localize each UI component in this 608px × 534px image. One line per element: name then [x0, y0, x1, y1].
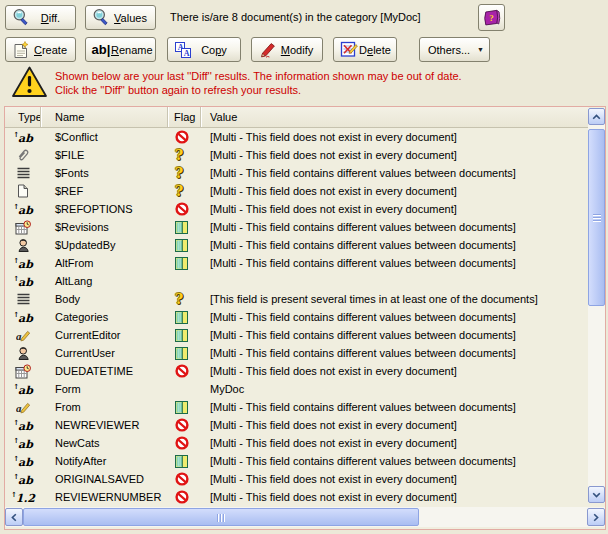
text-field-icon: ↑ab	[5, 473, 41, 486]
question-flag-icon: ?	[168, 148, 201, 162]
copy-button[interactable]: AA Copy	[167, 37, 241, 62]
table-row[interactable]: $Revisions[Multi - This field contains d…	[5, 218, 588, 236]
no-entry-icon	[168, 490, 201, 504]
delete-button-label: Delete	[359, 44, 391, 56]
svg-text:?: ?	[489, 12, 494, 22]
table-row[interactable]: ↑abNotifyAfter[Multi - This field contai…	[5, 452, 588, 470]
field-value: [Multi - This field contains different v…	[201, 347, 588, 359]
field-name: ORIGINALSAVED	[41, 473, 168, 485]
horizontal-scrollbar[interactable]	[5, 507, 605, 527]
scroll-right-button[interactable]	[587, 508, 605, 526]
copy-button-label: Copy	[193, 44, 235, 56]
field-value: MyDoc	[201, 383, 588, 395]
values-button[interactable]: Values	[85, 5, 156, 30]
field-name: AltFrom	[41, 257, 168, 269]
modify-button-label: Modify	[277, 44, 317, 56]
horizontal-scrollbar-thumb[interactable]	[23, 508, 419, 526]
table-row[interactable]: ↑1.2REVIEWERNUMBER[Multi - This field do…	[5, 488, 588, 506]
no-entry-icon	[168, 202, 201, 216]
column-header-value: Value	[201, 107, 588, 127]
table-row[interactable]: DUEDATETIME[Multi - This field does not …	[5, 362, 588, 380]
no-entry-icon	[168, 130, 201, 144]
table-row[interactable]: ↑abAltFrom[Multi - This field contains d…	[5, 254, 588, 272]
field-name: $REF	[41, 185, 168, 197]
table-row[interactable]: ↑abNEWREVIEWER[Multi - This field does n…	[5, 416, 588, 434]
copy-documents-icon: AA	[173, 40, 193, 60]
number-field-icon: ↑1.2	[5, 491, 41, 504]
table-row[interactable]: $Fonts?[Multi - This field contains diff…	[5, 164, 588, 182]
vertical-scrollbar[interactable]	[588, 108, 605, 503]
field-value: [Multi - This field contains different v…	[201, 257, 588, 269]
field-value: [Multi - This field does not exist in ev…	[201, 365, 588, 377]
scroll-up-button[interactable]	[588, 108, 605, 125]
field-value: [Multi - This field does not exist in ev…	[201, 131, 588, 143]
thumb-grip	[217, 514, 225, 522]
text-field-icon: ↑ab	[5, 203, 41, 216]
diff-button[interactable]: Diff.	[5, 5, 76, 30]
table-row[interactable]: aFrom[Multi - This field contains differ…	[5, 398, 588, 416]
multi-table-icon	[168, 221, 201, 234]
authors-icon: a	[5, 329, 41, 342]
diff-button-label: Diff.	[31, 12, 70, 24]
column-header-type: Type	[5, 107, 41, 127]
table-row[interactable]: $FILE?[Multi - This field does not exist…	[5, 146, 588, 164]
warning-line-2: Click the ''Diff'' button again to refre…	[55, 83, 462, 97]
text-field-icon: ↑ab	[5, 257, 41, 270]
question-flag-icon: ?	[168, 166, 201, 180]
rename-button[interactable]: ab| Rename	[85, 37, 156, 62]
scroll-left-button[interactable]	[5, 508, 23, 526]
field-value: [Multi - This field contains different v…	[201, 311, 588, 323]
no-entry-icon	[168, 436, 201, 450]
svg-text:A: A	[184, 48, 190, 57]
create-button[interactable]: Create	[5, 37, 76, 62]
text-field-icon: ↑ab	[5, 437, 41, 450]
field-name: $Conflict	[41, 131, 168, 143]
field-name: $FILE	[41, 149, 168, 161]
column-header-name: Name	[41, 107, 168, 127]
red-pen-icon	[257, 40, 277, 60]
field-value: [Multi - This field does not exist in ev…	[201, 491, 588, 503]
field-name: Categories	[41, 311, 168, 323]
table-row[interactable]: ↑abAltLang	[5, 272, 588, 290]
others-dropdown-button[interactable]: Others... ▼	[419, 37, 490, 62]
magnifier-diff-icon	[11, 8, 31, 28]
row-container: ↑ab$Conflict[Multi - This field does not…	[5, 128, 588, 506]
text-field-icon: ↑ab	[5, 455, 41, 468]
text-field-icon: ↑ab	[5, 311, 41, 324]
field-value: [Multi - This field does not exist in ev…	[201, 185, 588, 197]
question-flag-icon: ?	[168, 184, 201, 198]
table-row[interactable]: aCurrentEditor[Multi - This field contai…	[5, 326, 588, 344]
multi-table-icon	[168, 347, 201, 360]
vertical-scrollbar-thumb[interactable]	[588, 129, 605, 306]
others-button-label: Others...	[425, 44, 473, 56]
table-row[interactable]: $REF?[Multi - This field does not exist …	[5, 182, 588, 200]
modify-button[interactable]: Modify	[251, 37, 323, 62]
help-button[interactable]: ?	[478, 4, 505, 31]
question-flag-icon: ?	[168, 292, 201, 306]
table-row[interactable]: CurrentUser[Multi - This field contains …	[5, 344, 588, 362]
field-value: [Multi - This field does not exist in ev…	[201, 437, 588, 449]
table-row[interactable]: ↑abNewCats[Multi - This field does not e…	[5, 434, 588, 452]
person-icon	[5, 238, 41, 252]
field-value: [Multi - This field does not exist in ev…	[201, 473, 588, 485]
table-row[interactable]: ↑ab$REFOPTIONS[Multi - This field does n…	[5, 200, 588, 218]
field-name: $Fonts	[41, 167, 168, 179]
field-name: $UpdatedBy	[41, 239, 168, 251]
diff-results-dialog: Diff. Values There is/are 8 document(s) …	[0, 0, 608, 534]
no-entry-icon	[168, 418, 201, 432]
table-row[interactable]: ↑abORIGINALSAVED[Multi - This field does…	[5, 470, 588, 488]
table-row[interactable]: ↑ab$Conflict[Multi - This field does not…	[5, 128, 588, 146]
field-value: [Multi - This field contains different v…	[201, 401, 588, 413]
warning-triangle-icon	[11, 65, 48, 101]
table-row[interactable]: $UpdatedBy[Multi - This field contains d…	[5, 236, 588, 254]
table-row[interactable]: ↑abCategories[Multi - This field contain…	[5, 308, 588, 326]
table-row[interactable]: ↑abFormMyDoc	[5, 380, 588, 398]
scroll-down-button[interactable]	[588, 486, 605, 503]
field-name: CurrentEditor	[41, 329, 168, 341]
delete-button[interactable]: Delete	[333, 37, 397, 62]
text-field-icon: ↑ab	[5, 131, 41, 144]
text-field-icon: ↑ab	[5, 275, 41, 288]
table-row[interactable]: Body?[This field is present several time…	[5, 290, 588, 308]
field-name: CurrentUser	[41, 347, 168, 359]
no-entry-icon	[168, 472, 201, 486]
